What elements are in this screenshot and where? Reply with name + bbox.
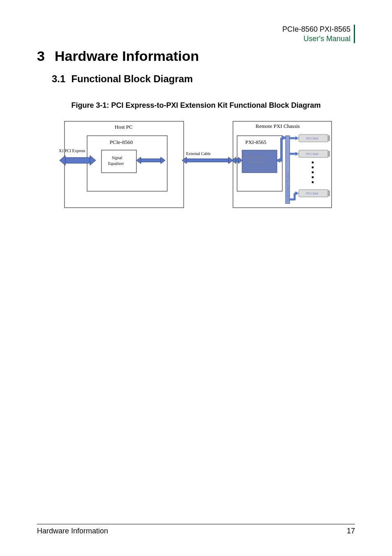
svg-rect-0 [64, 158, 92, 163]
section-number: 3.1 [52, 73, 65, 85]
signal-equalizer-l1: Signal [112, 155, 122, 160]
chapter-text: Hardware Information [55, 48, 199, 64]
svg-rect-22 [327, 151, 330, 157]
svg-marker-20 [295, 136, 299, 140]
chapter-number: 3 [37, 48, 45, 64]
arrow-eq-to-edge [136, 157, 165, 164]
pci-slot-2: PCI Slot [290, 150, 330, 158]
pci-slot-1: PCI Slot [290, 134, 330, 142]
pci-bus-label: 32-Bit/33MHz PCI Bus [286, 172, 289, 202]
section-title: 3.1Functional Block Diagram [52, 73, 355, 85]
host-pc-label: Host PC [115, 124, 133, 130]
bridge-to-bus-connector [277, 135, 286, 163]
svg-marker-2 [90, 155, 96, 165]
block-diagram: Host PC PCIe-8560 X1 PCI Express Signal … [56, 117, 336, 212]
svg-point-25 [312, 162, 314, 164]
pci-slot-n: PCI Slot [290, 190, 330, 200]
section-text: Functional Block Diagram [71, 73, 193, 84]
svg-rect-6 [184, 159, 231, 162]
pci-bridge-l1: PCI Express-to [244, 155, 267, 159]
page-footer: Hardware Information 17 [37, 524, 355, 535]
svg-point-26 [312, 167, 314, 169]
pci-slot-2-label: PCI Slot [306, 152, 318, 156]
svg-rect-31 [327, 190, 330, 196]
svg-marker-1 [60, 155, 65, 165]
svg-marker-7 [182, 157, 187, 164]
svg-marker-5 [161, 157, 165, 164]
x1-pci-express-label: X1 PCI Express [59, 148, 85, 153]
figure-caption: Figure 3-1: PCI Express-to-PXI Extension… [37, 101, 355, 110]
pxi-8565-label: PXI-8565 [245, 139, 266, 145]
host-pc-box [65, 121, 184, 208]
remote-pxi-chassis-label: Remote PXI Chassis [256, 123, 300, 129]
svg-marker-4 [136, 157, 141, 164]
pcie-8560-label: PCIe-8560 [110, 139, 133, 145]
page: PCIe-8560 PXI-8565 User's Manual 3Hardwa… [0, 0, 392, 556]
pci-bridge-l2: PCI Bridge [249, 160, 265, 164]
x1-pci-express-arrow [60, 155, 96, 165]
svg-marker-10 [238, 157, 242, 164]
slot-ellipsis [312, 162, 314, 183]
svg-marker-11 [232, 157, 236, 164]
external-cable-label: External Cable [186, 151, 211, 156]
svg-point-27 [312, 171, 314, 174]
svg-marker-35 [295, 191, 299, 195]
svg-rect-18 [327, 135, 330, 141]
diagram-container: Host PC PCIe-8560 X1 PCI Express Signal … [37, 117, 355, 212]
chapter-title: 3Hardware Information [37, 48, 355, 64]
svg-marker-24 [295, 152, 299, 156]
svg-rect-3 [138, 159, 163, 162]
header-product: PCIe-8560 PXI-8565 [37, 25, 350, 34]
footer-page-number: 17 [347, 527, 355, 535]
pci-slot-n-label: PCI Slot [306, 192, 318, 195]
signal-equalizer-l2: Equalizer [108, 161, 124, 166]
footer-section: Hardware Information [37, 527, 108, 535]
svg-point-29 [312, 181, 314, 183]
arrow-external-cable [182, 157, 233, 164]
svg-point-28 [312, 176, 314, 178]
header-manual: User's Manual [37, 34, 350, 44]
pci-slot-1-label: PCI Slot [306, 137, 318, 140]
page-header: PCIe-8560 PXI-8565 User's Manual [37, 25, 355, 43]
